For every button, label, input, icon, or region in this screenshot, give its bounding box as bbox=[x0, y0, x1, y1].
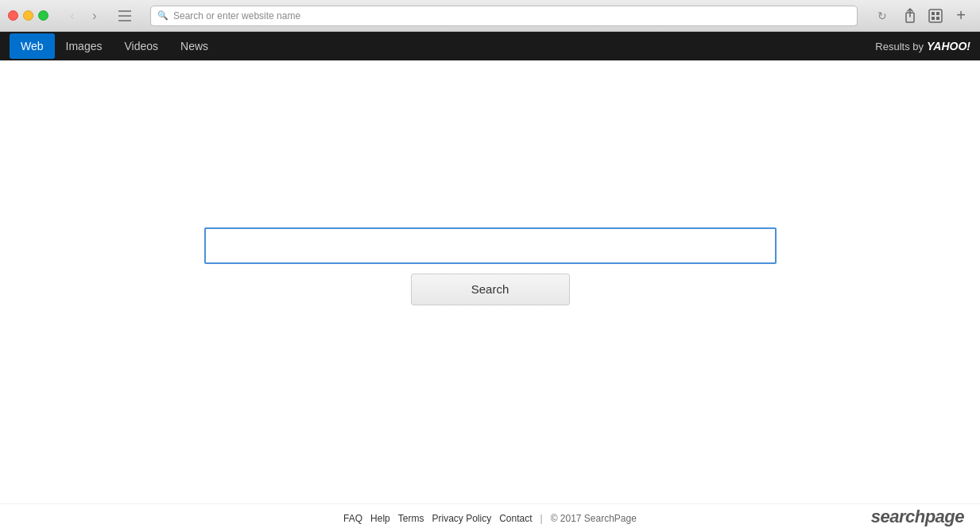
share-button[interactable] bbox=[899, 5, 921, 27]
address-text: Search or enter website name bbox=[173, 10, 300, 21]
svg-rect-5 bbox=[932, 12, 935, 15]
tab-images[interactable]: Images bbox=[55, 33, 114, 59]
tabs-overview-button[interactable] bbox=[924, 5, 947, 27]
yahoo-logo: YAHOO! bbox=[927, 40, 970, 52]
window-actions: + bbox=[899, 5, 972, 27]
footer: FAQ Help Terms Privacy Policy Contact | … bbox=[0, 503, 980, 532]
search-button[interactable]: Search bbox=[411, 274, 570, 305]
close-button[interactable] bbox=[8, 10, 18, 21]
tab-news[interactable]: News bbox=[169, 33, 219, 59]
window-chrome: ‹ › 🔍 Search or enter website name ↻ bbox=[0, 0, 980, 32]
maximize-button[interactable] bbox=[38, 10, 48, 21]
sidebar-toggle[interactable] bbox=[114, 5, 136, 27]
forward-button[interactable]: › bbox=[85, 6, 104, 25]
new-tab-button[interactable]: + bbox=[950, 5, 972, 27]
privacy-link[interactable]: Privacy Policy bbox=[432, 513, 491, 524]
browser-nav: Web Images Videos News Results by YAHOO! bbox=[0, 32, 980, 60]
search-container: Search bbox=[196, 227, 784, 305]
svg-rect-8 bbox=[936, 17, 939, 20]
help-link[interactable]: Help bbox=[370, 513, 390, 524]
tab-videos[interactable]: Videos bbox=[113, 33, 169, 59]
svg-rect-0 bbox=[118, 10, 131, 12]
minimize-button[interactable] bbox=[23, 10, 33, 21]
contact-link[interactable]: Contact bbox=[499, 513, 532, 524]
address-bar-wrapper: 🔍 Search or enter website name bbox=[150, 6, 858, 26]
svg-rect-1 bbox=[118, 15, 131, 17]
svg-rect-2 bbox=[118, 20, 131, 21]
svg-rect-7 bbox=[932, 17, 935, 20]
svg-rect-6 bbox=[936, 12, 939, 15]
faq-link[interactable]: FAQ bbox=[343, 513, 362, 524]
footer-separator: | bbox=[540, 513, 543, 524]
reload-button[interactable]: ↻ bbox=[872, 6, 893, 26]
back-button[interactable]: ‹ bbox=[63, 6, 82, 25]
address-bar[interactable]: 🔍 Search or enter website name bbox=[150, 6, 858, 26]
searchpage-logo: searchpage bbox=[871, 507, 964, 526]
nav-arrows: ‹ › bbox=[63, 6, 104, 25]
svg-rect-4 bbox=[929, 10, 942, 22]
terms-link[interactable]: Terms bbox=[398, 513, 424, 524]
tab-web[interactable]: Web bbox=[10, 33, 55, 59]
traffic-lights bbox=[8, 10, 48, 21]
footer-copyright: © 2017 SearchPage bbox=[551, 513, 637, 524]
results-by: Results by YAHOO! bbox=[875, 40, 970, 52]
search-input[interactable] bbox=[204, 227, 777, 264]
search-icon: 🔍 bbox=[157, 10, 168, 21]
main-content: Search bbox=[0, 60, 980, 503]
